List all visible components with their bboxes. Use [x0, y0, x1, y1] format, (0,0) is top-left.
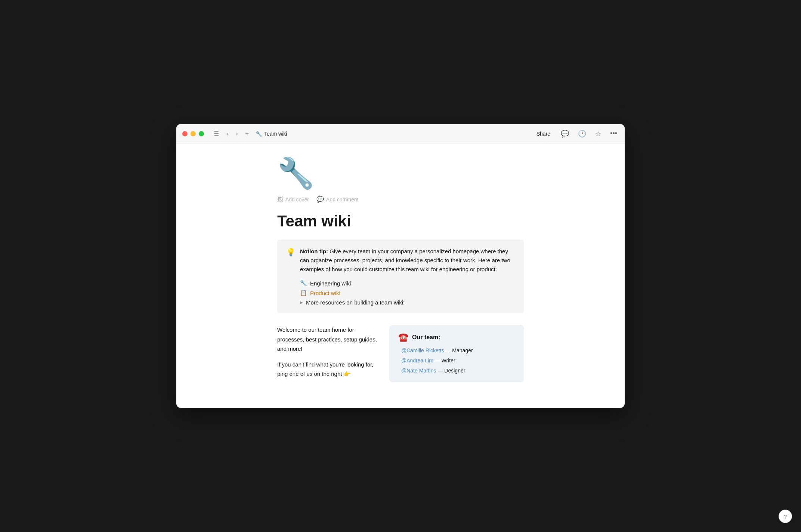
tip-callout: 💡 Notion tip: Give every team in your co…: [277, 239, 524, 313]
comment-icon: 💬: [561, 130, 569, 138]
help-button[interactable]: ?: [779, 510, 792, 523]
team-card-header: ☎️ Our team:: [398, 332, 515, 342]
forward-icon: ›: [236, 130, 238, 137]
member-name-3[interactable]: @Nate Martins: [401, 368, 436, 374]
comment-small-icon: 💬: [316, 196, 324, 203]
titlebar: ☰ ‹ › + 🔧 Team wiki Share 💬 🕐: [176, 124, 625, 143]
more-options-button[interactable]: •••: [609, 128, 619, 139]
team-phone-icon: ☎️: [398, 332, 408, 342]
callout-bold: Notion tip:: [300, 248, 328, 254]
product-wiki-link[interactable]: 📋 Product wiki: [300, 290, 515, 296]
plus-icon: +: [245, 130, 249, 137]
engineering-wiki-link[interactable]: 🔧 Engineering wiki: [300, 280, 515, 287]
engineering-icon: 🔧: [300, 280, 307, 287]
back-button[interactable]: ‹: [224, 129, 231, 139]
sidebar-icon: ☰: [214, 130, 219, 137]
member-role-3: Designer: [444, 368, 465, 374]
titlebar-right: Share 💬 🕐 ☆ •••: [534, 128, 619, 139]
page-title: Team wiki: [277, 212, 524, 231]
breadcrumb-title: Team wiki: [264, 131, 287, 137]
callout-text: Notion tip: Give every team in your comp…: [300, 247, 515, 274]
left-column: Welcome to our team home for processes, …: [277, 325, 380, 385]
team-member-3: @Nate Martins — Designer: [401, 367, 515, 375]
team-members-list: @Camille Ricketts — Manager @Andrea Lim …: [398, 347, 515, 375]
product-label: Product wiki: [310, 290, 340, 296]
member-separator-1: —: [445, 347, 452, 353]
app-window: ☰ ‹ › + 🔧 Team wiki Share 💬 🕐: [176, 124, 625, 408]
share-button[interactable]: Share: [534, 129, 553, 138]
sidebar-toggle-button[interactable]: ☰: [211, 129, 221, 139]
traffic-lights: [182, 131, 204, 136]
maximize-button[interactable]: [199, 131, 204, 136]
team-member-1: @Camille Ricketts — Manager: [401, 347, 515, 355]
history-icon: 🕐: [578, 130, 586, 138]
add-comment-label: Add comment: [326, 197, 358, 202]
product-icon: 📋: [300, 290, 307, 296]
add-comment-button[interactable]: 💬 Add comment: [316, 194, 358, 204]
page-emoji-small: 🔧: [256, 131, 262, 137]
back-icon: ‹: [226, 130, 228, 137]
more-resources-toggle[interactable]: ▶ More resources on building a team wiki…: [300, 299, 515, 306]
team-member-2: @Andrea Lim — Writer: [401, 357, 515, 365]
close-button[interactable]: [182, 131, 188, 136]
comments-button[interactable]: 💬: [559, 128, 570, 139]
two-column-section: Welcome to our team home for processes, …: [277, 325, 524, 385]
engineering-label: Engineering wiki: [310, 280, 351, 287]
toggle-arrow-icon: ▶: [300, 300, 303, 304]
welcome-paragraph-1: Welcome to our team home for processes, …: [277, 325, 380, 354]
forward-button[interactable]: ›: [234, 129, 240, 139]
member-name-1[interactable]: @Camille Ricketts: [401, 347, 444, 353]
page-body: 🔧 🖼 Add cover 💬 Add comment Team wiki 💡: [247, 158, 554, 385]
nav-controls: ☰ ‹ › +: [211, 129, 251, 139]
member-role-1: Manager: [452, 347, 473, 353]
callout-icon: 💡: [286, 248, 296, 257]
member-name-2[interactable]: @Andrea Lim: [401, 358, 433, 364]
callout-links: 🔧 Engineering wiki 📋 Product wiki ▶ More…: [300, 280, 515, 306]
welcome-paragraph-2: If you can't find what you're looking fo…: [277, 360, 380, 379]
add-cover-label: Add cover: [285, 197, 309, 202]
page-content-area: 🔧 🖼 Add cover 💬 Add comment Team wiki 💡: [176, 143, 625, 408]
minimize-button[interactable]: [191, 131, 196, 136]
toggle-label: More resources on building a team wiki:: [306, 299, 405, 306]
team-card: ☎️ Our team: @Camille Ricketts — Manager…: [389, 325, 524, 382]
favorite-button[interactable]: ☆: [594, 128, 603, 139]
more-icon: •••: [610, 130, 617, 137]
new-page-button[interactable]: +: [243, 129, 251, 139]
page-icon[interactable]: 🔧: [277, 158, 524, 188]
history-button[interactable]: 🕐: [576, 128, 588, 139]
page-breadcrumb: 🔧 Team wiki: [256, 131, 287, 137]
callout-description: Give every team in your company a person…: [300, 248, 510, 272]
member-separator-2: —: [435, 358, 442, 364]
member-separator-3: —: [437, 368, 444, 374]
image-icon: 🖼: [277, 196, 283, 203]
star-icon: ☆: [595, 130, 601, 138]
page-actions-bar: 🖼 Add cover 💬 Add comment: [277, 194, 524, 204]
member-role-2: Writer: [442, 358, 455, 364]
right-column: ☎️ Our team: @Camille Ricketts — Manager…: [389, 325, 524, 385]
add-cover-button[interactable]: 🖼 Add cover: [277, 194, 309, 204]
callout-body: Notion tip: Give every team in your comp…: [300, 247, 515, 306]
team-title: Our team:: [412, 334, 440, 341]
